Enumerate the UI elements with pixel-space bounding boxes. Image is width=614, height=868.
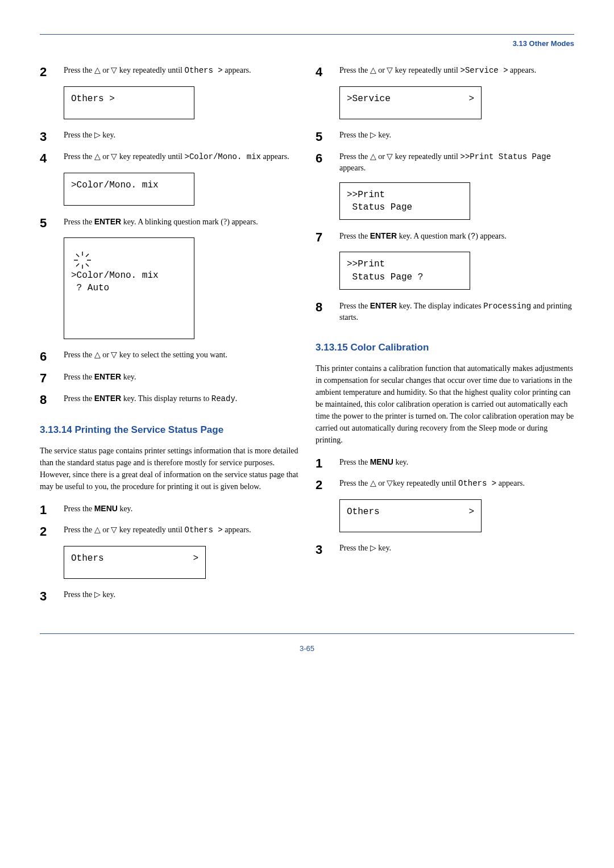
step-rc3: 3 Press the ▷ key.	[316, 542, 574, 556]
step-number: 1	[40, 503, 64, 516]
svg-line-4	[76, 254, 79, 257]
svg-line-5	[86, 264, 89, 266]
step-number: 4	[316, 65, 339, 78]
step-r6: 6 Press the △ or ▽ key repeatedly until …	[316, 151, 574, 174]
step-lb3: 3 Press the ▷ key.	[40, 589, 298, 603]
lcd-display: Others >	[64, 86, 194, 119]
step-text: Press the ENTER key. This display return…	[64, 393, 298, 404]
step-text: Press the △ or ▽ key repeatedly until Ot…	[64, 65, 298, 76]
step-r7: 7 Press the ENTER key. A question mark (…	[316, 230, 574, 244]
lcd-display: >>Print Status Page ?	[339, 252, 470, 290]
step-text: Press the △ or ▽ key repeatedly until >S…	[339, 65, 574, 76]
step-text: Press the △ or ▽key repeatedly until Oth…	[339, 478, 574, 489]
step-text: Press the △ or ▽ key to select the setti…	[64, 349, 298, 361]
step-number: 6	[40, 349, 64, 363]
lcd-display: >Service>	[339, 86, 482, 119]
section-header: 3.13 Other Modes	[40, 39, 574, 48]
step-rc1: 1 Press the MENU key.	[316, 456, 574, 470]
page-number: 3-65	[40, 644, 574, 653]
step-number: 8	[316, 300, 339, 314]
step-text: Press the △ or ▽ key repeatedly until >>…	[339, 151, 574, 174]
step-l3: 3 Press the ▷ key.	[40, 130, 298, 143]
step-text: Press the MENU key.	[339, 456, 574, 468]
step-l2: 2 Press the △ or ▽ key repeatedly until …	[40, 65, 298, 78]
lcd-display: >Color/Mono. mix	[64, 173, 194, 206]
step-r5: 5 Press the ▷ key.	[316, 130, 574, 143]
lcd-display: Others>	[64, 546, 206, 579]
svg-line-6	[86, 254, 89, 257]
step-number: 1	[316, 456, 339, 470]
step-number: 8	[40, 393, 64, 406]
step-r8: 8 Press the ENTER key. The display indic…	[316, 300, 574, 324]
step-number: 6	[316, 151, 339, 165]
step-r4: 4 Press the △ or ▽ key repeatedly until …	[316, 65, 574, 78]
step-l8: 8 Press the ENTER key. This display retu…	[40, 393, 298, 406]
step-text: Press the MENU key.	[64, 503, 298, 515]
step-l5: 5 Press the ENTER key. A blinking questi…	[40, 216, 298, 229]
step-lb2: 2 Press the △ or ▽ key repeatedly until …	[40, 524, 298, 538]
step-text: Press the ENTER key. The display indicat…	[339, 300, 574, 324]
step-text: Press the ENTER key. A blinking question…	[64, 216, 298, 228]
step-number: 2	[40, 524, 64, 538]
left-column: 2 Press the △ or ▽ key repeatedly until …	[40, 65, 298, 611]
step-lb1: 1 Press the MENU key.	[40, 503, 298, 516]
lcd-display-blinking: >Color/Mono. mix ? Auto	[64, 237, 194, 339]
svg-line-7	[76, 264, 79, 266]
step-text: Press the ▷ key.	[64, 130, 298, 141]
section-heading: 3.13.15 Color Calibration	[316, 342, 574, 353]
step-number: 3	[40, 589, 64, 603]
step-text: Press the ENTER key.	[64, 371, 298, 383]
step-l6: 6 Press the △ or ▽ key to select the set…	[40, 349, 298, 363]
lcd-display: Others>	[339, 499, 482, 532]
step-number: 2	[316, 478, 339, 491]
header-rule	[40, 34, 574, 35]
step-text: Press the ▷ key.	[64, 589, 298, 600]
step-number: 3	[316, 542, 339, 556]
blink-indicator-icon	[73, 251, 92, 270]
right-column: 4 Press the △ or ▽ key repeatedly until …	[316, 65, 574, 611]
step-text: Press the ▷ key.	[339, 130, 574, 141]
content-columns: 2 Press the △ or ▽ key repeatedly until …	[40, 65, 574, 611]
step-number: 7	[40, 371, 64, 385]
section-paragraph: The service status page contains printer…	[40, 445, 298, 493]
section-heading: 3.13.14 Printing the Service Status Page	[40, 424, 298, 436]
step-l7: 7 Press the ENTER key.	[40, 371, 298, 385]
step-text: Press the △ or ▽ key repeatedly until >C…	[64, 151, 298, 162]
step-number: 5	[40, 216, 64, 229]
step-text: Press the △ or ▽ key repeatedly until Ot…	[64, 524, 298, 536]
section-paragraph: This printer contains a calibration func…	[316, 362, 574, 446]
step-number: 3	[40, 130, 64, 143]
step-number: 7	[316, 230, 339, 244]
footer-rule	[40, 633, 574, 634]
step-text: Press the ▷ key.	[339, 542, 574, 554]
lcd-display: >>Print Status Page	[339, 182, 470, 220]
step-text: Press the ENTER key. A question mark (?)…	[339, 230, 574, 242]
step-rc2: 2 Press the △ or ▽key repeatedly until O…	[316, 478, 574, 491]
step-number: 4	[40, 151, 64, 165]
step-number: 2	[40, 65, 64, 78]
step-number: 5	[316, 130, 339, 143]
step-l4: 4 Press the △ or ▽ key repeatedly until …	[40, 151, 298, 165]
